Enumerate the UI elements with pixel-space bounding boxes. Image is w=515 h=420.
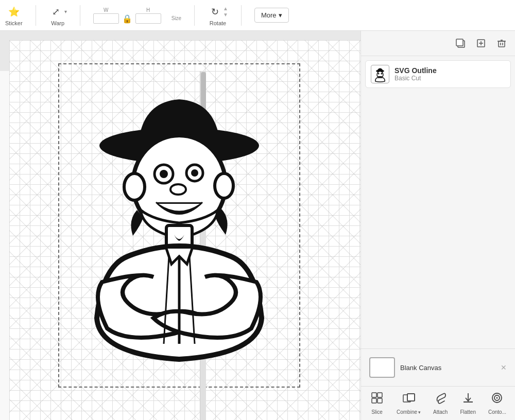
height-input[interactable]	[135, 13, 161, 24]
svg-rect-48	[377, 398, 382, 403]
canvas-area: 8 9 10 11 12 13 14 15	[0, 31, 360, 420]
rotate-label: Rotate	[210, 20, 226, 26]
warp-tool[interactable]: ⤢ ▾ Warp	[49, 5, 67, 26]
svg-point-21	[160, 170, 168, 178]
more-button[interactable]: More ▾	[254, 8, 289, 23]
svg-point-25	[124, 173, 145, 200]
combine-label: Combine	[397, 409, 417, 415]
contour-label: Conto...	[488, 409, 506, 415]
svg-rect-47	[372, 398, 376, 403]
size-label: Size	[171, 15, 181, 21]
divider-3	[194, 5, 195, 26]
layer-duplicate-button[interactable]	[452, 35, 469, 51]
svg-point-24	[170, 184, 186, 195]
lock-icon: 🔒	[122, 14, 132, 24]
svg-rect-46	[377, 393, 382, 397]
rotate-icon: ↻	[208, 5, 222, 19]
blank-canvas-close-icon[interactable]: ✕	[501, 363, 507, 372]
combine-tool[interactable]: Combine ▾	[397, 391, 421, 415]
flatten-tool[interactable]: Flatten	[460, 391, 476, 415]
contour-tool[interactable]: Conto...	[488, 391, 506, 415]
flatten-icon	[461, 391, 475, 408]
more-arrow-icon: ▾	[279, 11, 282, 19]
layer-type: Basic Cut	[394, 75, 437, 82]
rotate-tool[interactable]: ↻ ▲ ▼ Rotate	[208, 5, 228, 26]
height-field[interactable]: H	[135, 7, 161, 24]
combine-icon	[402, 391, 416, 408]
layer-copy-button[interactable]	[473, 35, 489, 51]
blank-canvas-item[interactable]: Blank Canvas ✕	[366, 354, 510, 381]
svg-rect-50	[407, 394, 415, 401]
sticker-icon: ⭐	[7, 5, 21, 19]
layer-thumbnail	[371, 65, 389, 83]
blank-canvas-label: Blank Canvas	[400, 364, 441, 372]
width-label: W	[104, 7, 108, 13]
attach-label: Attach	[433, 409, 448, 415]
width-field[interactable]: W	[93, 7, 119, 24]
layer-name: SVG Outline	[394, 66, 437, 75]
slice-icon	[370, 391, 384, 408]
svg-rect-17	[0, 71, 9, 420]
slice-label: Slice	[371, 409, 383, 415]
rotate-up-icon: ▲	[223, 6, 228, 11]
top-toolbar: ⭐ Sticker ⤢ ▾ Warp W 🔒 H Size ↻ ▲ ▼	[0, 0, 515, 31]
svg-point-44	[381, 73, 383, 75]
layer-item[interactable]: SVG Outline Basic Cut	[365, 60, 511, 88]
warp-label: Warp	[51, 20, 64, 26]
blank-canvas-section: Blank Canvas ✕	[361, 348, 515, 386]
attach-tool[interactable]: Attach	[433, 391, 448, 415]
sticker-label: Sticker	[5, 20, 23, 26]
layer-delete-button[interactable]	[493, 35, 510, 51]
grid-canvas[interactable]	[9, 40, 360, 420]
layer-list: SVG Outline Basic Cut	[361, 56, 515, 348]
rotate-down-icon: ▼	[223, 12, 228, 18]
svg-point-43	[378, 73, 380, 75]
width-input[interactable]	[93, 13, 119, 24]
svg-point-23	[191, 169, 198, 177]
bottom-toolbar: Slice Combine ▾ Attach	[361, 386, 515, 420]
svg-rect-32	[456, 39, 463, 46]
divider-4	[241, 5, 242, 26]
height-label: H	[146, 7, 150, 13]
layer-info: SVG Outline Basic Cut	[394, 66, 437, 82]
svg-rect-45	[372, 393, 376, 397]
warp-icon: ⤢	[49, 5, 63, 19]
combine-arrow-icon: ▾	[418, 410, 421, 415]
svg-point-26	[215, 173, 233, 198]
ruler-left	[0, 71, 9, 420]
svg-rect-36	[499, 41, 505, 47]
flatten-label: Flatten	[460, 409, 476, 415]
attach-icon	[433, 391, 448, 408]
slice-tool[interactable]: Slice	[370, 391, 384, 415]
right-panel: Layers Color Sync ✕	[360, 0, 515, 420]
blank-canvas-thumb	[369, 357, 395, 378]
divider-2	[80, 5, 80, 26]
contour-icon	[490, 391, 504, 408]
layer-toolbar	[361, 31, 515, 56]
more-label: More	[261, 11, 277, 19]
divider-1	[36, 5, 36, 26]
cowboy-illustration	[61, 66, 298, 385]
svg-point-56	[496, 397, 498, 399]
warp-arrow-icon: ▾	[64, 9, 67, 14]
sticker-tool[interactable]: ⭐ Sticker	[5, 5, 23, 26]
